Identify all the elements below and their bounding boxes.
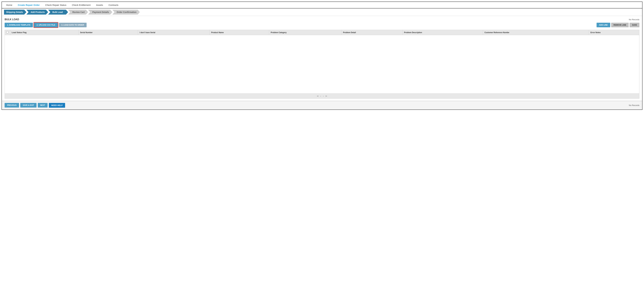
step-shipping-details[interactable]: Shipping Details bbox=[4, 10, 26, 14]
app-container: Home Create Repair Order Check Repair St… bbox=[2, 1, 642, 110]
bulk-load-header: BULK LOAD No Records bbox=[4, 18, 640, 21]
save-exit-button[interactable]: SAVE & EXIT bbox=[20, 103, 36, 107]
next-button[interactable]: NEXT bbox=[38, 103, 48, 107]
col-checkbox[interactable] bbox=[5, 30, 10, 35]
empty-body-cell bbox=[5, 35, 639, 93]
nav-create-repair-order[interactable]: Create Repair Order bbox=[15, 2, 42, 8]
download-template-button[interactable]: 1. DOWNLOAD TEMPLATE bbox=[4, 23, 33, 27]
empty-row bbox=[5, 35, 639, 93]
previous-button[interactable]: PREVIOUS bbox=[4, 103, 19, 107]
col-problem-description: Problem Description bbox=[402, 30, 483, 35]
col-problem-detail: Problem Detail bbox=[342, 30, 402, 35]
step-payment-details[interactable]: Payment Details bbox=[88, 10, 112, 14]
add-line-button[interactable]: ADD LINE bbox=[596, 23, 610, 27]
last-page-icon[interactable]: ⊳ bbox=[326, 95, 327, 97]
remove-line-button[interactable]: REMOVE LINE bbox=[611, 23, 629, 27]
need-help-button[interactable]: NEED HELP bbox=[49, 103, 65, 108]
nav-check-repair-status[interactable]: Check Repair Status bbox=[42, 2, 69, 8]
load-data-button[interactable]: 3. LOAD DATA TO ORDER bbox=[59, 23, 86, 27]
first-page-icon[interactable]: ⊲ bbox=[317, 95, 318, 97]
save-button[interactable]: SAVE bbox=[630, 23, 640, 27]
nav-assets[interactable]: Assets bbox=[93, 2, 106, 8]
no-records-top: No Records bbox=[629, 18, 640, 21]
col-customer-ref: Customer Reference Numbe bbox=[483, 30, 589, 35]
col-product-name: Product Name bbox=[210, 30, 269, 35]
prev-page-icon[interactable]: ‹ bbox=[320, 95, 321, 97]
step-bar: Shipping Details Add Products Bulk Load … bbox=[2, 8, 642, 16]
top-nav: Home Create Repair Order Check Repair St… bbox=[2, 2, 642, 8]
pagination-bar: ⊲ ‹ › ⊳ bbox=[5, 93, 639, 98]
col-no-serial: I don't have Serial bbox=[138, 30, 210, 35]
nav-home[interactable]: Home bbox=[4, 2, 15, 8]
col-problem-category: Problem Category bbox=[269, 30, 342, 35]
select-all-checkbox[interactable] bbox=[6, 31, 8, 33]
col-error-notes: Error Notes bbox=[589, 30, 639, 35]
bulk-load-table: Load Status Flag Serial Number I don't h… bbox=[5, 30, 639, 93]
step-bulk-load[interactable]: Bulk Load bbox=[48, 10, 68, 14]
upload-csv-button[interactable]: 2. UPLOAD CSV FILE bbox=[34, 22, 58, 28]
col-serial-number: Serial Number bbox=[78, 30, 138, 35]
right-buttons: ADD LINE REMOVE LINE SAVE bbox=[596, 23, 640, 27]
step-order-confirmation[interactable]: Order Confirmation bbox=[112, 10, 140, 14]
step-add-products[interactable]: Add Products bbox=[26, 10, 48, 14]
nav-check-entitlement[interactable]: Check Entitlement bbox=[69, 2, 93, 8]
no-records-bottom: No Records bbox=[629, 104, 640, 106]
action-row: 1. DOWNLOAD TEMPLATE 2. UPLOAD CSV FILE … bbox=[4, 22, 640, 28]
data-table-container: Load Status Flag Serial Number I don't h… bbox=[4, 30, 640, 99]
next-page-icon[interactable]: › bbox=[323, 95, 324, 97]
content-area: BULK LOAD No Records 1. DOWNLOAD TEMPLAT… bbox=[2, 16, 642, 101]
bottom-bar: PREVIOUS SAVE & EXIT NEXT NEED HELP No R… bbox=[2, 101, 642, 109]
col-load-status-flag: Load Status Flag bbox=[10, 30, 78, 35]
nav-contracts[interactable]: Contracts bbox=[106, 2, 121, 8]
bulk-load-title: BULK LOAD bbox=[4, 18, 19, 21]
table-body bbox=[5, 35, 639, 93]
step-review-cart[interactable]: Review Cart bbox=[68, 10, 88, 14]
table-header-row: Load Status Flag Serial Number I don't h… bbox=[5, 30, 639, 35]
